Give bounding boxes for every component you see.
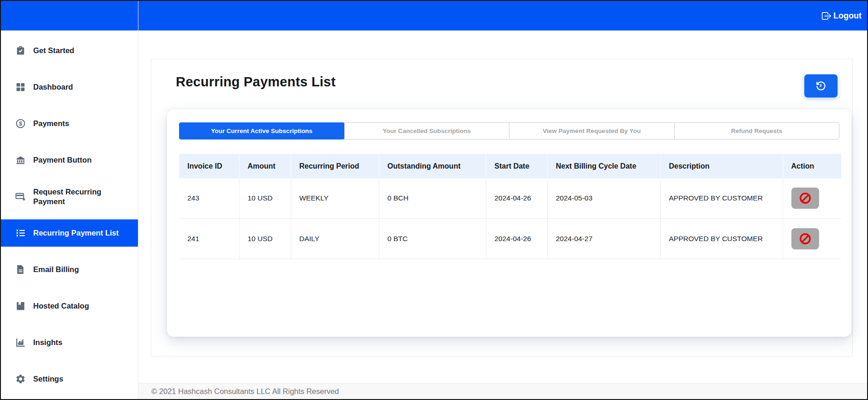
app-window: Get Started Dashboard $ Payments Payment… xyxy=(0,0,868,400)
column-header-action: Action xyxy=(783,154,841,178)
subscriptions-card: Your Current Active Subscriptions Your C… xyxy=(167,109,851,337)
sidebar-item-label: Payments xyxy=(33,119,69,128)
sidebar-item-hosted-catalog[interactable]: Hosted Catalog xyxy=(1,292,138,320)
cell-recurring-period: WEEKLY xyxy=(291,178,379,218)
recurring-payments-panel: Recurring Payments List Your Current Act… xyxy=(151,59,853,357)
sidebar-nav: Get Started Dashboard $ Payments Payment… xyxy=(1,30,138,397)
bank-icon xyxy=(15,155,26,165)
copyright-text: © 2021 Hashcash Consultants LLC All Righ… xyxy=(151,387,339,396)
topbar: Logout xyxy=(138,1,867,30)
cell-amount: 10 USD xyxy=(239,218,291,259)
book-bookmark-icon xyxy=(15,301,26,311)
credit-card-plus-icon xyxy=(15,191,26,202)
sidebar-item-payment-button[interactable]: Payment Button xyxy=(1,146,138,174)
cell-action xyxy=(783,178,841,218)
tab-cancelled-subscriptions[interactable]: Your Cancelled Subscriptions xyxy=(344,122,510,139)
cell-outstanding-amount: 0 BCH xyxy=(379,178,486,218)
tab-view-payment-requested[interactable]: View Payment Requested By You xyxy=(509,122,675,139)
history-icon xyxy=(815,80,827,92)
sidebar-item-dashboard[interactable]: Dashboard xyxy=(1,73,138,101)
no-entry-icon xyxy=(798,191,812,205)
box-arrow-right-icon xyxy=(821,11,831,21)
column-header-next-billing-cycle-date: Next Billing Cycle Date xyxy=(547,154,660,178)
cell-invoice-id: 243 xyxy=(179,178,239,218)
table-row: 243 10 USD WEEKLY 0 BCH 2024-04-26 2024-… xyxy=(179,178,841,218)
sidebar-item-recurring-payment-list[interactable]: Recurring Payment List xyxy=(1,219,138,247)
sidebar-item-label: Hosted Catalog xyxy=(33,301,89,311)
panel-header: Recurring Payments List xyxy=(151,59,852,97)
sidebar-item-label: Recurring Payment List xyxy=(33,228,119,238)
cell-recurring-period: DAILY xyxy=(291,218,379,259)
sidebar-item-label: Dashboard xyxy=(33,82,73,92)
dashboard-grid-icon xyxy=(15,82,26,92)
sidebar-item-label: Email Billing xyxy=(33,265,79,274)
sidebar: Get Started Dashboard $ Payments Payment… xyxy=(1,1,138,399)
column-header-outstanding-amount: Outstanding Amount xyxy=(379,154,486,178)
cell-description: APPROVED BY CUSTOMER xyxy=(660,218,783,259)
list-icon xyxy=(15,228,26,238)
main-area: Logout Recurring Payments List Your Curr… xyxy=(138,1,867,399)
subscriptions-table: Invoice ID Amount Recurring Period Outst… xyxy=(179,154,841,259)
chart-line-icon xyxy=(15,337,26,348)
column-header-recurring-period: Recurring Period xyxy=(291,154,379,178)
footer: © 2021 Hashcash Consultants LLC All Righ… xyxy=(138,383,867,399)
sidebar-item-request-recurring-payment[interactable]: Request Recurring Payment xyxy=(1,183,138,210)
logout-label: Logout xyxy=(833,11,862,21)
sidebar-logo-block xyxy=(1,1,138,30)
sidebar-item-label: Settings xyxy=(33,374,63,384)
cell-outstanding-amount: 0 BTC xyxy=(379,218,486,259)
subscription-tabs: Your Current Active Subscriptions Your C… xyxy=(179,122,839,139)
gear-icon xyxy=(15,374,26,384)
document-icon xyxy=(15,264,26,275)
column-header-amount: Amount xyxy=(239,154,291,178)
cell-next-billing-cycle-date: 2024-05-03 xyxy=(547,178,660,218)
cancel-subscription-button[interactable] xyxy=(791,188,819,209)
column-header-invoice-id: Invoice ID xyxy=(179,154,239,178)
sidebar-item-settings[interactable]: Settings xyxy=(1,365,138,393)
column-header-description: Description xyxy=(660,154,783,178)
svg-text:$: $ xyxy=(19,121,22,127)
table-header: Invoice ID Amount Recurring Period Outst… xyxy=(179,154,841,178)
table-row: 241 10 USD DAILY 0 BTC 2024-04-26 2024-0… xyxy=(179,218,841,259)
cell-start-date: 2024-04-26 xyxy=(486,218,547,259)
cell-amount: 10 USD xyxy=(239,178,291,218)
sidebar-item-label: Insights xyxy=(33,338,62,347)
clipboard-check-icon xyxy=(15,45,26,56)
sidebar-item-label: Request Recurring Payment xyxy=(33,187,134,206)
cell-start-date: 2024-04-26 xyxy=(486,178,547,218)
tab-current-active-subscriptions[interactable]: Your Current Active Subscriptions xyxy=(179,122,345,139)
cell-action xyxy=(783,218,841,259)
cell-invoice-id: 241 xyxy=(179,218,239,259)
sidebar-item-label: Payment Button xyxy=(33,155,92,165)
tab-refund-requests[interactable]: Refund Requests xyxy=(674,122,840,139)
content: Recurring Payments List Your Current Act… xyxy=(138,30,867,383)
page-title: Recurring Payments List xyxy=(176,74,335,90)
sidebar-item-email-billing[interactable]: Email Billing xyxy=(1,256,138,283)
sidebar-item-payments[interactable]: $ Payments xyxy=(1,110,138,137)
dollar-circle-icon: $ xyxy=(15,118,26,129)
no-entry-icon xyxy=(798,232,812,246)
cancel-subscription-button[interactable] xyxy=(791,228,819,249)
sidebar-item-get-started[interactable]: Get Started xyxy=(1,37,138,64)
cell-description: APPROVED BY CUSTOMER xyxy=(660,178,783,218)
cell-next-billing-cycle-date: 2024-04-27 xyxy=(547,218,660,259)
sidebar-item-insights[interactable]: Insights xyxy=(1,329,138,356)
sidebar-item-label: Get Started xyxy=(33,46,74,55)
refresh-button[interactable] xyxy=(804,74,838,97)
column-header-start-date: Start Date xyxy=(486,154,547,178)
logout-button[interactable]: Logout xyxy=(821,11,862,21)
